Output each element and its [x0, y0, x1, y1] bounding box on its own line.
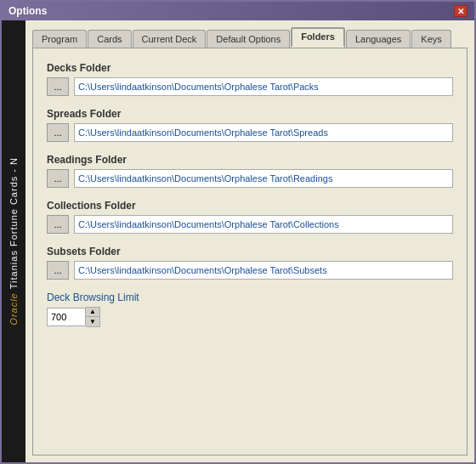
deck-browsing-spinner-row: ▲ ▼ — [47, 307, 453, 327]
title-bar: Options ✕ — [2, 2, 474, 20]
readings-folder-row: ... C:\Users\lindaatkinson\Documents\Orp… — [47, 169, 453, 188]
tab-current-deck[interactable]: Current Deck — [133, 30, 207, 48]
decks-folder-section: Decks Folder ... C:\Users\lindaatkinson\… — [47, 62, 453, 96]
spreads-folder-label: Spreads Folder — [47, 108, 453, 120]
tab-folders[interactable]: Folders — [291, 27, 345, 48]
collections-folder-section: Collections Folder ... C:\Users\lindaatk… — [47, 200, 453, 234]
main-content: Program Cards Current Deck Default Optio… — [26, 20, 474, 462]
tab-cards[interactable]: Cards — [88, 30, 131, 48]
close-button[interactable]: ✕ — [454, 5, 468, 17]
collections-folder-path: C:\Users\lindaatkinson\Documents\Orphale… — [74, 215, 453, 234]
window-title: Options — [8, 5, 47, 17]
tab-bar: Program Cards Current Deck Default Optio… — [32, 27, 468, 48]
subsets-folder-label: Subsets Folder — [47, 246, 453, 257]
spinner-down-button[interactable]: ▼ — [86, 317, 99, 326]
tab-content-folders: Decks Folder ... C:\Users\lindaatkinson\… — [32, 48, 468, 456]
readings-folder-section: Readings Folder ... C:\Users\lindaatkins… — [47, 154, 453, 188]
tab-default-options[interactable]: Default Options — [207, 30, 290, 48]
options-window: Options ✕ Oracle Titanias Fortune Cards … — [0, 0, 476, 464]
subsets-folder-row: ... C:\Users\lindaatkinson\Documents\Orp… — [47, 261, 453, 280]
spreads-browse-button[interactable]: ... — [47, 123, 69, 142]
collections-folder-row: ... C:\Users\lindaatkinson\Documents\Orp… — [47, 215, 453, 234]
spreads-folder-path: C:\Users\lindaatkinson\Documents\Orphale… — [74, 123, 453, 142]
decks-folder-path: C:\Users\lindaatkinson\Documents\Orphale… — [74, 77, 453, 96]
window-body: Oracle Titanias Fortune Cards - N Progra… — [2, 20, 474, 462]
decks-browse-button[interactable]: ... — [47, 77, 69, 96]
deck-browsing-limit-section: Deck Browsing Limit ▲ ▼ — [47, 291, 453, 327]
collections-folder-label: Collections Folder — [47, 200, 453, 212]
spreads-folder-row: ... C:\Users\lindaatkinson\Documents\Orp… — [47, 123, 453, 142]
sidebar-text: Oracle Titanias Fortune Cards - N — [8, 157, 19, 325]
spinner-up-button[interactable]: ▲ — [86, 308, 99, 317]
sidebar-rest: Titanias Fortune Cards - N — [8, 157, 19, 289]
decks-folder-row: ... C:\Users\lindaatkinson\Documents\Orp… — [47, 77, 453, 96]
readings-browse-button[interactable]: ... — [47, 169, 69, 188]
deck-browsing-limit-label: Deck Browsing Limit — [47, 291, 453, 303]
sidebar-oracle: Oracle — [8, 292, 19, 325]
spreads-folder-section: Spreads Folder ... C:\Users\lindaatkinso… — [47, 108, 453, 142]
subsets-folder-path: C:\Users\lindaatkinson\Documents\Orphale… — [74, 261, 453, 280]
collections-browse-button[interactable]: ... — [47, 215, 69, 234]
subsets-browse-button[interactable]: ... — [47, 261, 69, 280]
subsets-folder-section: Subsets Folder ... C:\Users\lindaatkinso… — [47, 246, 453, 280]
readings-folder-label: Readings Folder — [47, 154, 453, 166]
tab-program[interactable]: Program — [32, 30, 87, 48]
readings-folder-path: C:\Users\lindaatkinson\Documents\Orphale… — [74, 169, 453, 188]
decks-folder-label: Decks Folder — [47, 62, 453, 74]
sidebar: Oracle Titanias Fortune Cards - N — [2, 20, 26, 462]
spinner-buttons: ▲ ▼ — [86, 307, 100, 327]
tab-languages[interactable]: Languages — [346, 30, 411, 48]
tab-keys[interactable]: Keys — [411, 30, 450, 48]
deck-browsing-input[interactable] — [47, 308, 86, 326]
